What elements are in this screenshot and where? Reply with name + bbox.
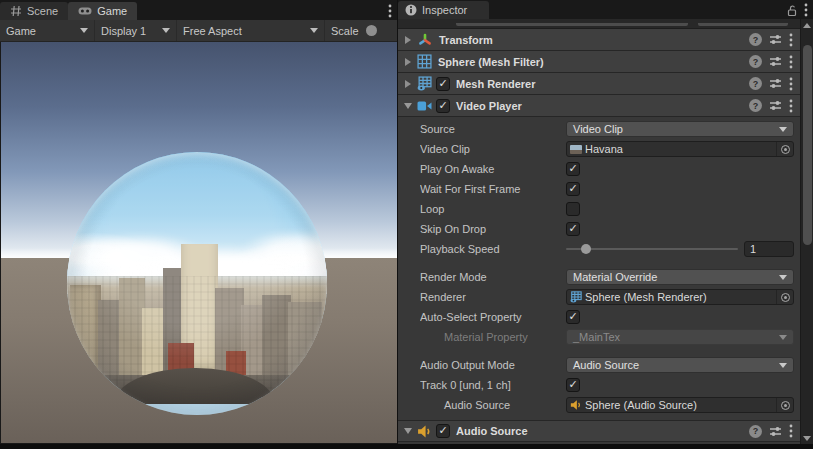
lock-icon[interactable] (786, 4, 798, 17)
audio-output-mode-dropdown[interactable]: Audio Source (566, 357, 794, 373)
kebab-icon[interactable] (789, 77, 793, 91)
video-player-enabled-checkbox[interactable] (436, 99, 450, 113)
component-header-mesh-renderer[interactable]: Mesh Renderer ? (398, 73, 800, 95)
field-row-loop: Loop (398, 199, 800, 219)
foldout-collapsed-icon[interactable] (403, 36, 413, 44)
playback-speed-value-field[interactable]: 1 (744, 241, 794, 257)
help-icon[interactable]: ? (749, 99, 762, 112)
kebab-icon[interactable] (804, 3, 808, 17)
component-header-video-player[interactable]: Video Player ? (398, 95, 800, 117)
field-label: Skip On Drop (420, 223, 566, 235)
transform-icon (417, 32, 433, 48)
picker-icon (781, 401, 790, 410)
scale-slider-knob[interactable] (366, 25, 377, 36)
video-clip-object-field[interactable]: Havana (566, 141, 794, 157)
mesh-renderer-enabled-checkbox[interactable] (436, 77, 450, 91)
tab-scene[interactable]: Scene (0, 2, 68, 20)
audio-source-icon (570, 399, 582, 411)
object-field-value: Sphere (Mesh Renderer) (585, 291, 776, 303)
scrolled-header-remnant (398, 19, 800, 29)
dropdown-value: _MainTex (573, 331, 620, 343)
display-dropdown[interactable]: Display 1 (95, 20, 177, 41)
aspect-ratio-dropdown[interactable]: Free Aspect (177, 20, 325, 41)
chevron-down-icon (162, 28, 170, 33)
object-field-value: Havana (585, 143, 776, 155)
loop-checkbox[interactable] (566, 202, 580, 216)
object-picker-button[interactable] (776, 398, 793, 412)
chevron-down-icon (779, 275, 787, 280)
chevron-down-icon (779, 363, 787, 368)
track0-checkbox[interactable] (566, 378, 580, 392)
field-label: Playback Speed (420, 243, 566, 255)
tab-game-label: Game (97, 5, 127, 17)
field-row-video-clip: Video Clip Havana (398, 139, 800, 159)
play-on-awake-checkbox[interactable] (566, 162, 580, 176)
field-row-audio-source: Audio Source Sphere (Audio Source) (398, 395, 800, 415)
audio-source-enabled-checkbox[interactable] (436, 424, 450, 438)
field-row-playback-speed: Playback Speed 1 (398, 239, 800, 259)
render-mode-dropdown[interactable]: Material Override (566, 269, 794, 285)
kebab-icon[interactable] (789, 33, 793, 47)
foldout-expanded-icon[interactable] (403, 103, 413, 109)
field-label: Material Property (420, 331, 566, 343)
info-icon (405, 4, 417, 16)
game-viewport (1, 42, 397, 443)
slider-thumb[interactable] (581, 244, 591, 254)
presets-icon[interactable] (769, 55, 782, 68)
chevron-down-icon (80, 28, 88, 33)
picker-icon (781, 145, 790, 154)
help-icon[interactable]: ? (749, 425, 762, 438)
tab-inspector-label: Inspector (422, 4, 467, 16)
foldout-collapsed-icon[interactable] (403, 80, 413, 88)
help-icon[interactable]: ? (749, 33, 762, 46)
auto-select-property-checkbox[interactable] (566, 310, 580, 324)
game-panel-tabbar: Scene Game (0, 0, 397, 20)
object-picker-button[interactable] (776, 290, 793, 304)
video-player-body: Source Video Clip Video Clip Havana (398, 117, 800, 415)
presets-icon[interactable] (769, 425, 782, 438)
audio-source-object-field[interactable]: Sphere (Audio Source) (566, 397, 794, 413)
picker-icon (781, 293, 790, 302)
field-label: Audio Source (420, 399, 566, 411)
presets-icon[interactable] (769, 77, 782, 90)
object-picker-button[interactable] (776, 142, 793, 156)
component-header-mesh-filter[interactable]: Sphere (Mesh Filter) ? (398, 51, 800, 73)
kebab-icon[interactable] (789, 99, 793, 113)
scrollbar-thumb[interactable] (803, 45, 812, 245)
dropdown-value: Audio Source (573, 359, 639, 371)
wait-for-first-frame-checkbox[interactable] (566, 182, 580, 196)
component-header-transform[interactable]: Transform ? (398, 29, 800, 51)
scroll-up-arrow[interactable] (801, 20, 813, 31)
chevron-down-icon (779, 335, 787, 340)
kebab-icon[interactable] (789, 55, 793, 69)
inspector-scrollbar[interactable] (800, 19, 813, 445)
presets-icon[interactable] (769, 99, 782, 112)
source-dropdown[interactable]: Video Clip (566, 121, 794, 137)
field-row-auto-select-property: Auto-Select Property (398, 307, 800, 327)
component-name: Mesh Renderer (456, 78, 535, 90)
help-icon[interactable]: ? (749, 55, 762, 68)
playback-speed-slider[interactable] (566, 242, 738, 256)
tab-game[interactable]: Game (68, 2, 137, 20)
foldout-collapsed-icon[interactable] (403, 58, 413, 66)
tab-inspector[interactable]: Inspector (398, 1, 489, 19)
scale-control: Scale (325, 20, 397, 41)
component-header-audio-source[interactable]: Audio Source ? (398, 420, 800, 442)
field-label: Track 0 [und, 1 ch] (420, 379, 566, 391)
component-name: Transform (439, 34, 493, 46)
scroll-down-arrow[interactable] (801, 433, 813, 444)
kebab-icon[interactable] (789, 424, 793, 438)
help-icon[interactable]: ? (749, 77, 762, 90)
presets-icon[interactable] (769, 33, 782, 46)
foldout-expanded-icon[interactable] (403, 428, 413, 434)
inspector-tabbar: Inspector (398, 0, 813, 19)
field-label: Auto-Select Property (420, 311, 566, 323)
skip-on-drop-checkbox[interactable] (566, 222, 580, 236)
field-row-wait-for-first-frame: Wait For First Frame (398, 179, 800, 199)
scale-label: Scale (331, 25, 359, 37)
renderer-object-field[interactable]: Sphere (Mesh Renderer) (566, 289, 794, 305)
tab-scene-label: Scene (27, 5, 58, 17)
game-panel-menu-button[interactable] (383, 2, 397, 20)
video-sphere (67, 152, 327, 415)
game-mode-dropdown[interactable]: Game (0, 20, 95, 41)
